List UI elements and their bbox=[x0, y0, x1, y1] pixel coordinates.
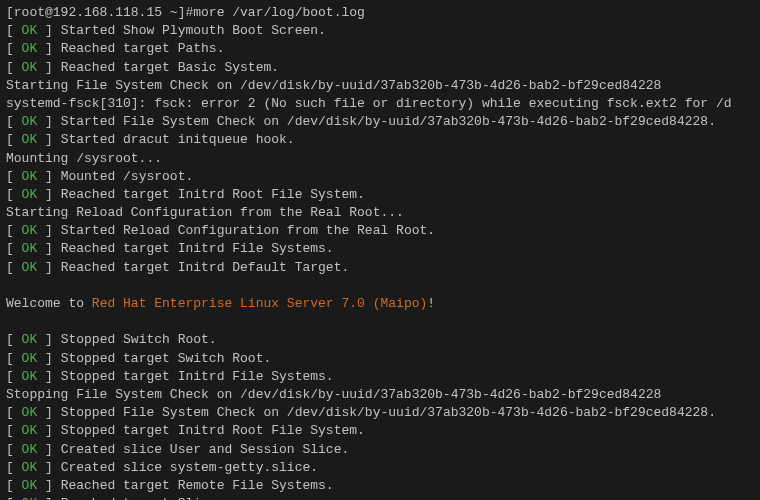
log-line: [ OK ] Created slice system-getty.slice. bbox=[6, 459, 754, 477]
log-line: [ OK ] Reached target Remote File System… bbox=[6, 477, 754, 495]
status-bracket: [ bbox=[6, 132, 22, 147]
status-bracket: ] bbox=[37, 223, 60, 238]
log-message: Stopped target Initrd File Systems. bbox=[61, 369, 334, 384]
prompt-text: [root@192.168.118.15 ~]#more /var/log/bo… bbox=[6, 5, 365, 20]
log-message: Stopped Switch Root. bbox=[61, 332, 217, 347]
log-line: [ OK ] Created slice User and Session Sl… bbox=[6, 441, 754, 459]
status-bracket: [ bbox=[6, 114, 22, 129]
log-message: Started File System Check on /dev/disk/b… bbox=[61, 114, 716, 129]
welcome-os-name: Red Hat Enterprise Linux Server 7.0 (Mai… bbox=[92, 296, 427, 311]
status-bracket: [ bbox=[6, 241, 22, 256]
status-bracket: [ bbox=[6, 351, 22, 366]
log-line: [ OK ] Stopped target Switch Root. bbox=[6, 350, 754, 368]
log-line: [ OK ] Reached target Initrd File System… bbox=[6, 240, 754, 258]
status-ok: OK bbox=[22, 332, 38, 347]
status-bracket: [ bbox=[6, 41, 22, 56]
status-bracket: ] bbox=[37, 132, 60, 147]
status-bracket: [ bbox=[6, 332, 22, 347]
status-bracket: [ bbox=[6, 60, 22, 75]
log-message: Started Show Plymouth Boot Screen. bbox=[61, 23, 326, 38]
status-bracket: [ bbox=[6, 405, 22, 420]
status-ok: OK bbox=[22, 60, 38, 75]
status-bracket: ] bbox=[37, 405, 60, 420]
status-bracket: ] bbox=[37, 114, 60, 129]
log-line: Welcome to Red Hat Enterprise Linux Serv… bbox=[6, 295, 754, 313]
status-bracket: [ bbox=[6, 169, 22, 184]
status-bracket: [ bbox=[6, 369, 22, 384]
log-message: Starting Reload Configuration from the R… bbox=[6, 205, 404, 220]
log-message: Reached target Initrd Root File System. bbox=[61, 187, 365, 202]
log-message: Started dracut initqueue hook. bbox=[61, 132, 295, 147]
welcome-suffix: ! bbox=[427, 296, 435, 311]
status-bracket: ] bbox=[37, 496, 60, 500]
log-line: [ OK ] Stopped File System Check on /dev… bbox=[6, 404, 754, 422]
status-ok: OK bbox=[22, 369, 38, 384]
log-message: Reached target Paths. bbox=[61, 41, 225, 56]
status-ok: OK bbox=[22, 405, 38, 420]
log-line: Mounting /sysroot... bbox=[6, 150, 754, 168]
log-line bbox=[6, 313, 754, 331]
log-message: Mounted /sysroot. bbox=[61, 169, 194, 184]
status-bracket: ] bbox=[37, 23, 60, 38]
status-bracket: ] bbox=[37, 169, 60, 184]
log-line: [ OK ] Started File System Check on /dev… bbox=[6, 113, 754, 131]
log-message: Started Reload Configuration from the Re… bbox=[61, 223, 435, 238]
status-ok: OK bbox=[22, 114, 38, 129]
status-bracket: ] bbox=[37, 41, 60, 56]
log-line: [ OK ] Reached target Basic System. bbox=[6, 59, 754, 77]
status-ok: OK bbox=[22, 351, 38, 366]
log-line: [ OK ] Reached target Initrd Root File S… bbox=[6, 186, 754, 204]
log-line: [ OK ] Reached target Slices. bbox=[6, 495, 754, 500]
log-message: Stopped target Switch Root. bbox=[61, 351, 272, 366]
status-bracket: ] bbox=[37, 478, 60, 493]
status-ok: OK bbox=[22, 478, 38, 493]
log-line: [ OK ] Stopped Switch Root. bbox=[6, 331, 754, 349]
log-line: Starting File System Check on /dev/disk/… bbox=[6, 77, 754, 95]
status-bracket: [ bbox=[6, 496, 22, 500]
log-line: [ OK ] Started Show Plymouth Boot Screen… bbox=[6, 22, 754, 40]
status-ok: OK bbox=[22, 41, 38, 56]
welcome-prefix: Welcome to bbox=[6, 296, 92, 311]
log-line: [ OK ] Reached target Initrd Default Tar… bbox=[6, 259, 754, 277]
log-message: Stopped File System Check on /dev/disk/b… bbox=[61, 405, 716, 420]
log-line: [ OK ] Stopped target Initrd Root File S… bbox=[6, 422, 754, 440]
shell-prompt: [root@192.168.118.15 ~]#more /var/log/bo… bbox=[6, 4, 754, 22]
status-ok: OK bbox=[22, 187, 38, 202]
log-line: [ OK ] Started dracut initqueue hook. bbox=[6, 131, 754, 149]
boot-log-output: [ OK ] Started Show Plymouth Boot Screen… bbox=[6, 22, 754, 500]
status-bracket: ] bbox=[37, 260, 60, 275]
status-bracket: ] bbox=[37, 60, 60, 75]
log-message: Stopped target Initrd Root File System. bbox=[61, 423, 365, 438]
status-bracket: ] bbox=[37, 442, 60, 457]
log-message: Mounting /sysroot... bbox=[6, 151, 162, 166]
status-ok: OK bbox=[22, 442, 38, 457]
status-bracket: [ bbox=[6, 223, 22, 238]
log-line: systemd-fsck[310]: fsck: error 2 (No suc… bbox=[6, 95, 754, 113]
log-message: Reached target Initrd File Systems. bbox=[61, 241, 334, 256]
log-message: Reached target Remote File Systems. bbox=[61, 478, 334, 493]
log-message: Created slice User and Session Slice. bbox=[61, 442, 350, 457]
status-ok: OK bbox=[22, 132, 38, 147]
status-bracket: ] bbox=[37, 460, 60, 475]
log-message: Starting File System Check on /dev/disk/… bbox=[6, 78, 661, 93]
status-bracket: [ bbox=[6, 187, 22, 202]
status-bracket: [ bbox=[6, 460, 22, 475]
status-bracket: [ bbox=[6, 442, 22, 457]
log-line bbox=[6, 277, 754, 295]
status-ok: OK bbox=[22, 223, 38, 238]
log-message: Created slice system-getty.slice. bbox=[61, 460, 318, 475]
log-message: Reached target Slices. bbox=[61, 496, 233, 500]
status-ok: OK bbox=[22, 169, 38, 184]
status-ok: OK bbox=[22, 423, 38, 438]
status-bracket: ] bbox=[37, 332, 60, 347]
status-ok: OK bbox=[22, 496, 38, 500]
log-message: Reached target Initrd Default Target. bbox=[61, 260, 350, 275]
log-line: [ OK ] Stopped target Initrd File System… bbox=[6, 368, 754, 386]
log-error: systemd-fsck[310]: fsck: error 2 (No suc… bbox=[6, 96, 732, 111]
log-line: Starting Reload Configuration from the R… bbox=[6, 204, 754, 222]
status-bracket: ] bbox=[37, 351, 60, 366]
log-message: Stopping File System Check on /dev/disk/… bbox=[6, 387, 661, 402]
status-bracket: ] bbox=[37, 187, 60, 202]
status-bracket: [ bbox=[6, 478, 22, 493]
status-ok: OK bbox=[22, 23, 38, 38]
